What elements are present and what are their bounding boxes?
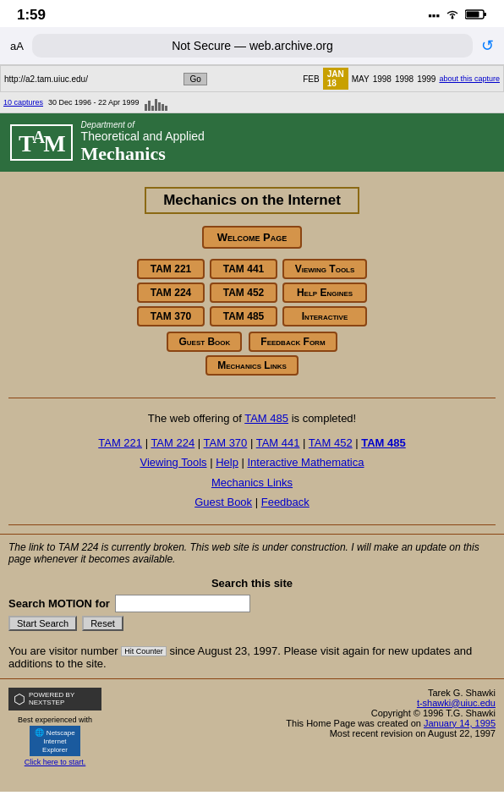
ie-badge: Best experienced with 🌐 NetscapeInternet…: [8, 716, 101, 766]
visitor-text: You are visitor number Hit Counter since…: [0, 639, 504, 678]
footer-right: Tarek G. Shawki t-shawki@uiuc.edu Copyri…: [286, 688, 496, 738]
status-bar: 1:59 ▪▪▪: [0, 0, 504, 27]
action-buttons-row: Guest Book Feedback Form: [17, 332, 487, 352]
notice-text: The link to TAM 224 is currently broken.…: [0, 534, 504, 572]
feedback-form-button[interactable]: Feedback Form: [249, 332, 337, 352]
course-btn-tam221[interactable]: TAM 221: [137, 259, 205, 279]
font-size-button[interactable]: aA: [10, 40, 24, 52]
course-row-2: TAM 224 TAM 452 Help Engines: [137, 283, 367, 303]
search-label: Search MOTION for: [8, 597, 110, 610]
nav-link-tam441[interactable]: TAM 441: [256, 436, 300, 449]
divider-2: [8, 524, 496, 525]
reload-button[interactable]: ↺: [481, 36, 494, 55]
nav-link-tam485-bold[interactable]: TAM 485: [361, 436, 406, 449]
guest-book-button[interactable]: Guest Book: [167, 332, 242, 352]
click-text[interactable]: Click here to start.: [8, 758, 101, 766]
footer-left: ⬡ POWERED BY NEXTSTEP Best experienced w…: [8, 688, 101, 766]
browser-chrome: aA Not Secure — web.archive.org ↺: [0, 27, 504, 65]
nav-link-tam370[interactable]: TAM 370: [204, 436, 248, 449]
nextstep-label: POWERED BY NEXTSTEP: [29, 691, 96, 706]
course-grid: TAM 221 TAM 441 Viewing Tools TAM 224 TA…: [17, 259, 487, 326]
nav-link-mechanics-links[interactable]: Mechanics Links: [211, 476, 293, 489]
divider-1: [8, 398, 496, 398]
timeline-bar: 10 captures 30 Dec 1996 - 22 Apr 1999: [0, 92, 504, 113]
start-search-button[interactable]: Start Search: [8, 616, 77, 631]
svg-point-0: [452, 16, 454, 19]
reset-button[interactable]: Reset: [82, 616, 123, 631]
logo-a: A: [33, 128, 43, 146]
ie-label: NetscapeInternetExplorer: [42, 729, 75, 754]
address-bar[interactable]: Not Secure — web.archive.org: [32, 34, 473, 58]
nav-link-tam224[interactable]: TAM 224: [151, 436, 194, 449]
title-line1: Theoretical and Applied: [81, 129, 205, 143]
course-btn-tam485[interactable]: TAM 485: [210, 306, 277, 326]
timeline-bar-4: [155, 99, 157, 111]
course-btn-tam224[interactable]: TAM 224: [137, 283, 205, 303]
webpage-content: TAM Department of Theoretical and Applie…: [0, 113, 504, 792]
search-row: Search MOTION for: [8, 595, 496, 612]
nav-link-help[interactable]: Help: [216, 456, 238, 469]
course-btn-help[interactable]: Help Engines: [282, 283, 367, 303]
wayback-may-label: MAY: [352, 74, 370, 84]
nav-link-interactive-mathematica[interactable]: Interactive Mathematica: [247, 456, 364, 469]
nextstep-badge[interactable]: ⬡ POWERED BY NEXTSTEP: [8, 688, 101, 710]
nav-link-guest-book[interactable]: Guest Book: [194, 496, 252, 508]
mechanics-title: Mechanics on the Internet: [145, 187, 359, 214]
welcome-button[interactable]: Welcome Page: [202, 226, 303, 249]
nav-link-tam221[interactable]: TAM 221: [98, 436, 142, 449]
content-area: Mechanics on the Internet Welcome Page T…: [0, 172, 504, 389]
wayback-about-link[interactable]: about this capture: [439, 74, 500, 83]
course-btn-tam452[interactable]: TAM 452: [210, 283, 277, 303]
ie-icon: 🌐: [35, 728, 44, 737]
wayback-jan-box[interactable]: JAN 18: [323, 68, 348, 90]
tam-header: TAM Department of Theoretical and Applie…: [0, 113, 504, 172]
wayback-dates: FEB JAN 18 MAY 1998 1998 1999 about this…: [303, 68, 500, 90]
address-text: Not Secure — web.archive.org: [172, 39, 333, 52]
logo-t: T: [19, 130, 33, 156]
status-icons: ▪▪▪: [428, 8, 487, 23]
course-btn-tam441[interactable]: TAM 441: [210, 259, 277, 279]
revised-text: Most recent revision on August 22, 1997: [286, 728, 496, 738]
nav-link-viewing-tools[interactable]: Viewing Tools: [140, 456, 207, 469]
best-experienced-label: Best experienced with: [8, 716, 101, 724]
wayback-go-button[interactable]: Go: [184, 73, 206, 85]
wayback-jan-label: JAN: [327, 69, 344, 79]
nav-link-feedback[interactable]: Feedback: [261, 496, 310, 508]
timeline-bar-2: [148, 101, 151, 111]
copyright-text: Copyright © 1996 T.G. Shawki: [286, 708, 496, 718]
course-btn-viewing[interactable]: Viewing Tools: [282, 259, 367, 279]
logo-m: M: [43, 130, 63, 156]
footer: ⬡ POWERED BY NEXTSTEP Best experienced w…: [0, 678, 504, 775]
visitor-prefix: You are visitor number: [8, 645, 118, 657]
nav-links-section: TAM 221 | TAM 224 | TAM 370 | TAM 441 | …: [0, 430, 504, 516]
nav-link-tam452[interactable]: TAM 452: [309, 436, 353, 449]
tam485-link[interactable]: TAM 485: [244, 412, 288, 425]
wayback-bar: http://a2.tam.uiuc.edu/ Go FEB JAN 18 MA…: [0, 65, 504, 92]
course-btn-tam370[interactable]: TAM 370: [137, 306, 205, 326]
captures-link[interactable]: 10 captures: [3, 98, 43, 107]
created-date-link[interactable]: January 14, 1995: [424, 718, 496, 728]
course-btn-interactive[interactable]: Interactive: [282, 306, 367, 326]
wayback-year-may: 1999: [417, 74, 436, 84]
search-btn-row: Start Search Reset: [8, 616, 496, 631]
battery-icon: [465, 8, 487, 23]
timeline-bar-5: [158, 102, 161, 111]
signal-icon: ▪▪▪: [428, 9, 440, 22]
wayback-year-feb: 1998: [373, 74, 392, 84]
nextstep-icon: ⬡: [14, 691, 25, 707]
wayback-year-jan: 1998: [395, 74, 414, 84]
timeline-graph: [145, 94, 501, 111]
timeline-bar-7: [165, 106, 167, 111]
search-input[interactable]: [115, 595, 250, 612]
created-text: This Home Page was created on January 14…: [286, 718, 496, 728]
date-range: 30 Dec 1996 - 22 Apr 1999: [48, 98, 140, 107]
dept-label: Department of: [81, 120, 205, 129]
mechanics-links-button[interactable]: Mechanics Links: [205, 355, 299, 376]
author-email-link[interactable]: t-shawki@uiuc.edu: [417, 698, 496, 708]
wifi-icon: [445, 8, 460, 23]
title-line2: Mechanics: [81, 143, 205, 165]
timeline-bar-6: [162, 104, 164, 111]
course-row-1: TAM 221 TAM 441 Viewing Tools: [137, 259, 367, 279]
tam-title-block: Department of Theoretical and Applied Me…: [81, 120, 205, 165]
hit-counter: Hit Counter: [121, 646, 167, 656]
